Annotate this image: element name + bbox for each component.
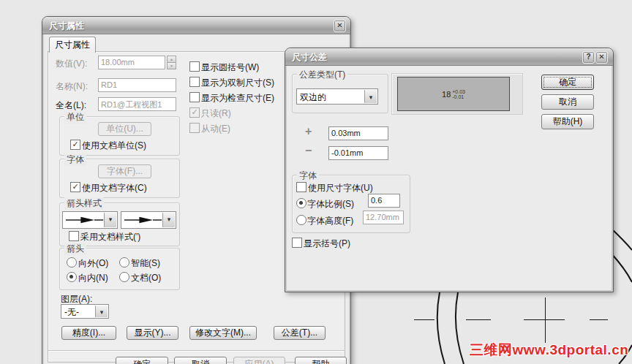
preview-lower-tolerance: -0.01 xyxy=(452,94,465,99)
close-icon[interactable]: ✕ xyxy=(595,51,608,64)
tolerance-button[interactable]: 公差(T)... xyxy=(274,326,326,340)
modify-text-button[interactable]: 修改文字(M)... xyxy=(189,326,257,340)
arrows-inside-radio[interactable] xyxy=(67,272,77,282)
tolerance-type-combo[interactable]: 双边的 ▾ xyxy=(296,88,378,105)
plus-sign: + xyxy=(305,125,312,138)
layer-value: -无- xyxy=(64,306,79,319)
cancel-button[interactable]: 取消 xyxy=(541,94,594,110)
arrows-document-label: 文档(O) xyxy=(131,272,161,284)
use-document-font-label: 使用文档字体(C) xyxy=(82,182,147,194)
arrows-group-label: 箭头 xyxy=(64,243,86,255)
font-scale-radio[interactable] xyxy=(296,198,306,208)
tolerance-type-label: 公差类型(T) xyxy=(297,69,347,81)
help-button[interactable]: 帮助 xyxy=(295,357,347,364)
use-document-units-checkbox[interactable]: ✓ xyxy=(70,140,80,150)
dimension-tolerance-titlebar[interactable]: 尺寸公差 ? ✕ xyxy=(285,48,613,66)
fullname-field[interactable]: RD1@工程视图1 xyxy=(98,97,176,111)
arrow-style-combo-left[interactable]: ▾ xyxy=(62,211,118,229)
use-document-font-checkbox[interactable]: ✓ xyxy=(70,182,80,192)
help-button[interactable]: 帮助(H) xyxy=(541,114,594,129)
dimension-tolerance-dialog: 尺寸公差 ? ✕ 公差类型(T) 双边的 ▾ 18 +0.03 -0.01 确定… xyxy=(285,48,614,292)
preview-tolerance-stack: +0.03 -0.01 xyxy=(452,89,465,99)
arrows-inside-label: 向内(N) xyxy=(78,272,108,284)
arrows-smart-radio[interactable] xyxy=(119,257,129,268)
font-scale-field[interactable]: 0.6 xyxy=(368,194,400,208)
arrows-outside-label: 向外(O) xyxy=(78,257,108,270)
dual-dimension-checkbox[interactable] xyxy=(189,77,200,87)
font-height-field: 12.70mm xyxy=(363,211,404,224)
watermark: 三维网www.3dportal.cn xyxy=(470,341,628,360)
dimension-properties-titlebar[interactable]: 尺寸属性 ✕ xyxy=(42,17,350,34)
minus-tolerance-field[interactable]: -0.01mm xyxy=(328,146,388,160)
arrow-style-icon xyxy=(64,214,105,226)
font-button[interactable]: 字体(F)... xyxy=(98,164,151,178)
ok-button[interactable]: 确定 xyxy=(541,75,594,90)
fullname-label: 全名(L): xyxy=(56,99,86,112)
arrow-style-combo-right[interactable]: ▾ xyxy=(121,211,176,229)
tolerance-preview: 18 +0.03 -0.01 xyxy=(397,77,510,111)
inspection-dimension-label: 显示为检查尺寸(E) xyxy=(201,92,274,105)
tolerance-type-value: 双边的 xyxy=(300,91,326,104)
dialog-title: 尺寸公差 xyxy=(292,51,327,64)
preview-base-value: 18 xyxy=(442,90,451,99)
font-scale-label: 字体比例(S) xyxy=(307,198,354,211)
value-field[interactable]: 18.00mm xyxy=(98,56,165,69)
drawing-workspace: 三维网www.3dportal.cn 尺寸属性 ✕ 尺寸属性 数值(V): 18… xyxy=(0,0,632,364)
dual-dimension-label: 显示为双制尺寸(S) xyxy=(201,77,274,89)
display-button[interactable]: 显示(Y)... xyxy=(127,326,178,340)
arrow-style-group-label: 箭头样式 xyxy=(64,197,104,210)
use-document-units-label: 使用文档单位(S) xyxy=(82,140,146,152)
layer-combo[interactable]: -无- ▾ xyxy=(61,304,109,319)
plus-tolerance-field[interactable]: 0.03mm xyxy=(328,126,388,140)
dialog-title: 尺寸属性 xyxy=(49,20,84,32)
show-parentheses-checkbox[interactable] xyxy=(189,61,200,72)
chevron-down-icon[interactable]: ▾ xyxy=(104,213,116,227)
cancel-button[interactable]: 取消 xyxy=(174,357,227,364)
name-field[interactable]: RD1 xyxy=(98,78,176,92)
name-label: 名称(N): xyxy=(56,80,88,93)
apply-button: 应用(A) xyxy=(233,357,285,364)
readonly-checkbox: ✓ xyxy=(189,107,200,118)
ok-button[interactable]: 确定 xyxy=(116,357,168,364)
chevron-down-icon[interactable]: ▾ xyxy=(95,306,108,317)
font-height-radio[interactable] xyxy=(296,215,306,225)
driven-label: 从动(E) xyxy=(201,123,230,135)
font-height-label: 字体高度(F) xyxy=(307,215,353,227)
precision-button[interactable]: 精度(I)... xyxy=(61,326,116,340)
arrows-outside-radio[interactable] xyxy=(67,257,77,268)
units-group-label: 单位 xyxy=(64,111,86,124)
use-dimension-font-label: 使用尺寸字体(U) xyxy=(308,182,373,194)
tab-dimension-properties[interactable]: 尺寸属性 xyxy=(49,37,96,53)
inspection-dimension-checkbox[interactable] xyxy=(189,92,200,102)
minus-sign: − xyxy=(305,144,312,157)
chevron-down-icon[interactable]: ▾ xyxy=(162,213,175,227)
chevron-down-icon[interactable]: ▾ xyxy=(364,90,377,103)
help-icon[interactable]: ? xyxy=(582,51,595,64)
readonly-label: 只读(R) xyxy=(201,107,231,120)
driven-checkbox xyxy=(189,123,200,133)
use-document-style-checkbox[interactable] xyxy=(69,231,79,241)
tolerance-font-group-label: 字体 xyxy=(297,170,319,182)
arrow-style-icon xyxy=(123,214,164,226)
arrows-document-radio[interactable] xyxy=(119,272,129,282)
show-parentheses-checkbox[interactable] xyxy=(292,238,302,248)
units-button[interactable]: 单位(U)... xyxy=(98,122,151,136)
close-icon[interactable]: ✕ xyxy=(334,20,346,32)
spinner-down-button[interactable]: ▼ xyxy=(167,62,176,69)
show-parentheses-label: 显示圆括号(W) xyxy=(201,61,259,74)
value-label: 数值(V): xyxy=(56,58,87,70)
use-dimension-font-checkbox[interactable] xyxy=(296,182,306,192)
use-document-style-label: 采用文档样式(') xyxy=(80,231,140,243)
separator xyxy=(48,350,345,352)
arrows-smart-label: 智能(S) xyxy=(131,257,160,270)
font-group-label: 字体 xyxy=(64,153,86,166)
show-parentheses-label: 显示括号(P) xyxy=(304,238,350,250)
preview-upper-tolerance: +0.03 xyxy=(452,89,465,94)
